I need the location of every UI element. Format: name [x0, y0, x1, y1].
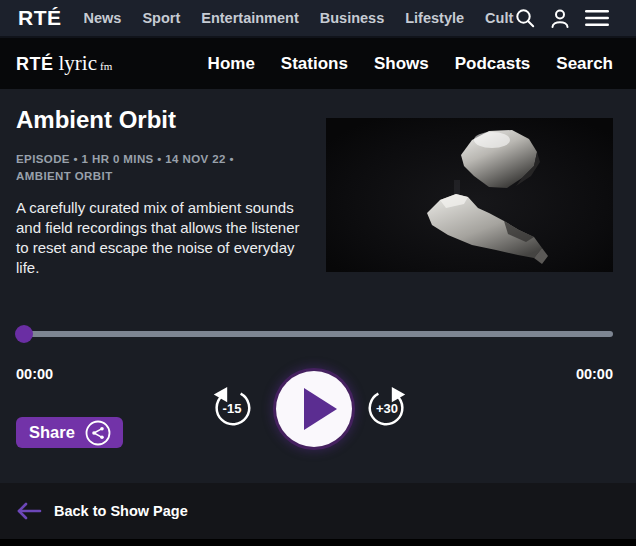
episode-description: A carefully curated mix of ambient sound…: [16, 198, 314, 278]
back-label: Back to Show Page: [54, 503, 188, 519]
profile-icon[interactable]: [549, 7, 571, 29]
topnav-item-entertainment[interactable]: Entertainment: [201, 10, 299, 26]
rte-topbar: RTÉ News Sport Entertainment Business Li…: [0, 0, 636, 38]
episode-player-page: RTÉ News Sport Entertainment Business Li…: [0, 0, 636, 546]
nav-item-shows[interactable]: Shows: [374, 54, 429, 74]
topnav-item-news[interactable]: News: [84, 10, 122, 26]
progress-track[interactable]: [16, 331, 613, 337]
lyricfm-navbar: RTÉ lyric fm Home Stations Shows Podcast…: [0, 38, 636, 89]
search-icon[interactable]: [514, 7, 536, 29]
rewind-15-button[interactable]: -15: [209, 384, 255, 430]
topnav-item-business[interactable]: Business: [320, 10, 384, 26]
nav-item-home[interactable]: Home: [208, 54, 255, 74]
forward-30-button[interactable]: +30: [364, 384, 410, 430]
menu-icon[interactable]: [584, 8, 610, 28]
share-icon: [85, 420, 111, 446]
play-icon: [276, 371, 352, 447]
forward-label: +30: [364, 384, 410, 430]
share-label: Share: [29, 423, 75, 442]
topbar-icons: [514, 7, 610, 29]
nav-item-search[interactable]: Search: [556, 54, 613, 74]
elapsed-time: 00:00: [16, 366, 53, 382]
total-time: 00:00: [576, 366, 613, 382]
lyricfm-logo-lyric: lyric: [59, 51, 97, 76]
lyricfm-logo-rte: RTÉ: [16, 54, 54, 75]
episode-title: Ambient Orbit: [16, 106, 176, 134]
play-button[interactable]: [276, 371, 352, 447]
rte-logo[interactable]: RTÉ: [18, 6, 62, 30]
episode-meta: EPISODE • 1 HR 0 MINS • 14 NOV 22 • AMBI…: [16, 151, 292, 185]
share-button[interactable]: Share: [16, 417, 123, 448]
lyricfm-logo[interactable]: RTÉ lyric fm: [16, 51, 112, 76]
lyricfm-logo-fm: fm: [100, 60, 112, 72]
rewind-label: -15: [209, 384, 255, 430]
back-arrow-icon: [16, 502, 42, 520]
back-to-show-link[interactable]: Back to Show Page: [0, 483, 636, 539]
rte-topnav: News Sport Entertainment Business Lifest…: [84, 10, 515, 26]
topnav-item-sport[interactable]: Sport: [142, 10, 180, 26]
bottom-black-strip: [0, 539, 636, 546]
topnav-item-lifestyle[interactable]: Lifestyle: [405, 10, 464, 26]
episode-main: Ambient Orbit EPISODE • 1 HR 0 MINS • 14…: [0, 89, 636, 483]
progress-knob[interactable]: [15, 325, 33, 343]
lyricfm-nav: Home Stations Shows Podcasts Search: [208, 54, 613, 74]
nav-item-stations[interactable]: Stations: [281, 54, 348, 74]
episode-artwork-comet-photo: [326, 118, 613, 272]
topnav-item-culture[interactable]: Cultur: [485, 10, 514, 26]
nav-item-podcasts[interactable]: Podcasts: [455, 54, 531, 74]
